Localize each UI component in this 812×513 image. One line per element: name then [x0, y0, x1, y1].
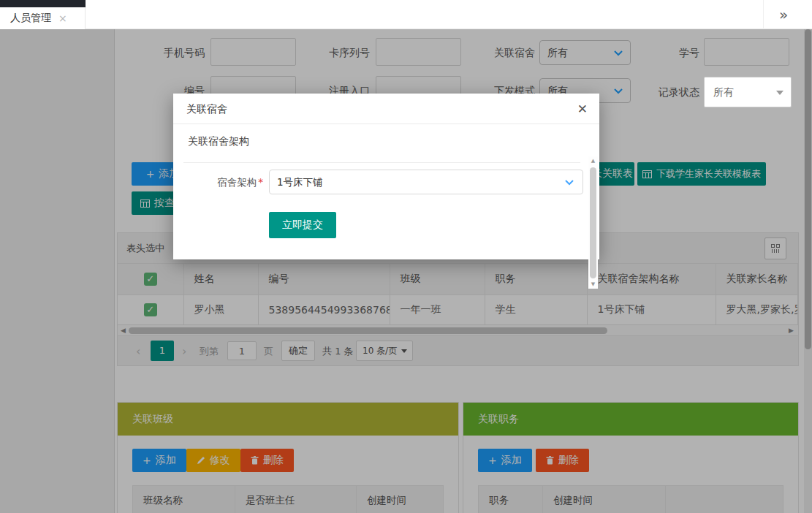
dorm-structure-label: 宿舍架构*	[186, 170, 263, 194]
modal-close-icon[interactable]: ✕	[577, 94, 588, 124]
chevron-down-icon	[565, 180, 574, 186]
modal-section-title: 关联宿舍架构	[183, 135, 580, 163]
modal-body: 关联宿舍架构 宿舍架构* 1号床下铺 立即提交 ▲ ▼	[173, 124, 599, 259]
scroll-up-icon[interactable]: ▲	[588, 158, 598, 164]
submit-button[interactable]: 立即提交	[269, 212, 336, 238]
dropdown-arrow-icon	[776, 91, 783, 95]
modal-title: 关联宿舍	[186, 94, 227, 124]
required-asterisk: *	[258, 176, 263, 188]
modal-scrollbar-thumb[interactable]	[590, 167, 596, 278]
dorm-structure-value: 1号床下铺	[277, 176, 323, 188]
tab-close-icon[interactable]: ×	[58, 12, 67, 24]
tab-personnel-management[interactable]: 人员管理 ×	[0, 7, 86, 29]
tab-bar: 人员管理 × »	[0, 0, 812, 29]
tab-label: 人员管理	[10, 12, 51, 25]
dorm-structure-select[interactable]: 1号床下铺	[269, 170, 583, 194]
modal-scrollbar[interactable]: ▲ ▼	[588, 156, 598, 289]
modal-header: 关联宿舍 ✕	[173, 94, 599, 124]
double-chevron-right-icon: »	[779, 6, 788, 23]
scroll-down-icon[interactable]: ▼	[588, 281, 598, 287]
record-status-select[interactable]: 所有	[704, 77, 792, 107]
record-status-value: 所有	[713, 86, 734, 98]
dorm-structure-label-text: 宿舍架构	[217, 176, 257, 188]
window-top-strip	[0, 0, 86, 7]
dorm-relation-modal: 关联宿舍 ✕ 关联宿舍架构 宿舍架构* 1号床下铺 立即提交 ▲ ▼	[173, 94, 599, 259]
app-window: 人员管理 × » 手机号码 卡序列号 关联宿舍 所有 学号 编号 注册入口 下发…	[0, 0, 812, 513]
collapse-expand-button[interactable]: »	[763, 0, 803, 29]
